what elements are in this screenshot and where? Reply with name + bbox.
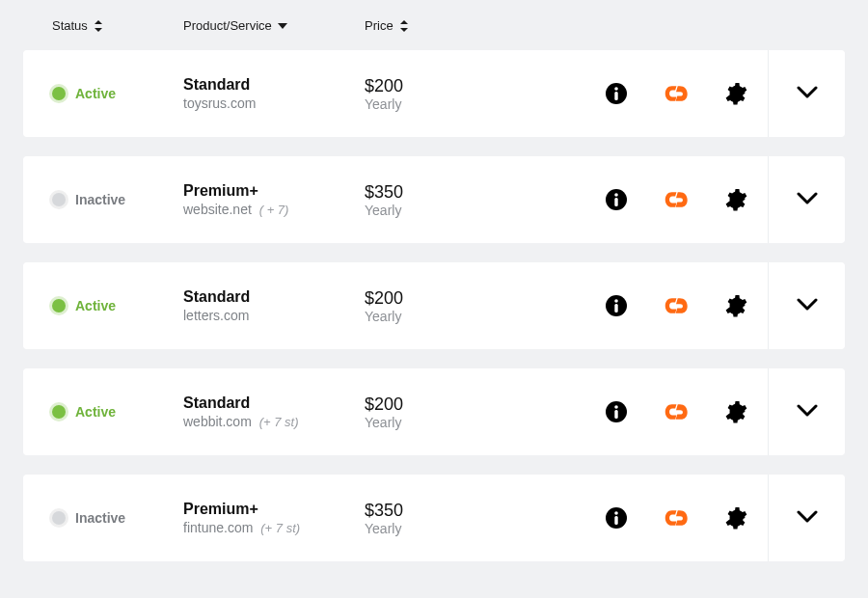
status-label: Inactive (75, 192, 125, 207)
col-header-status[interactable]: Status (52, 18, 103, 33)
svg-rect-11 (614, 410, 617, 419)
price-period: Yearly (365, 521, 500, 536)
price-period: Yearly (365, 96, 500, 112)
product-domain: toysrus.com (183, 95, 365, 111)
price-period: Yearly (365, 203, 500, 218)
col-header-price[interactable]: Price (365, 18, 409, 33)
chevron-down-icon[interactable] (797, 192, 818, 208)
chevron-down-icon[interactable] (797, 86, 818, 102)
product-domain: website.net ( + 7) (183, 202, 365, 217)
svg-point-13 (614, 511, 618, 515)
status-dot-icon (52, 299, 66, 313)
price-amount: $200 (365, 394, 500, 415)
svg-point-1 (614, 87, 618, 91)
info-icon[interactable] (604, 293, 629, 318)
product-name: Standard (183, 288, 365, 306)
svg-rect-5 (614, 198, 617, 206)
status-dot-icon (52, 87, 66, 100)
status-dot-icon (52, 193, 66, 206)
col-header-product[interactable]: Product/Service (183, 18, 287, 33)
sort-icon (399, 20, 409, 32)
col-header-product-label: Product/Service (183, 18, 272, 33)
status-dot-icon (52, 405, 66, 419)
price-period: Yearly (365, 415, 500, 430)
cpanel-icon[interactable] (664, 81, 689, 106)
chevron-down-icon[interactable] (797, 510, 818, 527)
table-row: Active Standard toysrus.com $200 Yearly (23, 50, 845, 137)
cpanel-icon[interactable] (664, 187, 689, 212)
cpanel-icon[interactable] (664, 399, 689, 424)
info-icon[interactable] (604, 399, 629, 424)
table-row: Active Standard letters.com $200 Yearly (23, 262, 845, 349)
svg-point-10 (614, 405, 618, 409)
price-amount: $200 (365, 288, 500, 309)
col-header-price-label: Price (365, 18, 393, 33)
info-icon[interactable] (604, 81, 629, 106)
chevron-down-icon[interactable] (797, 404, 818, 421)
cpanel-icon[interactable] (664, 293, 689, 318)
product-name: Premium+ (183, 501, 365, 518)
svg-rect-8 (614, 304, 617, 313)
svg-point-7 (614, 299, 618, 303)
svg-rect-2 (614, 92, 617, 100)
info-icon[interactable] (604, 505, 629, 530)
status-label: Inactive (75, 510, 125, 526)
product-name: Standard (183, 394, 365, 412)
sort-icon (94, 20, 103, 32)
gear-icon[interactable] (723, 505, 748, 530)
table-header: Status Product/Service Price (23, 0, 845, 50)
gear-icon[interactable] (723, 187, 748, 212)
product-name: Standard (183, 76, 365, 94)
product-domain: webbit.com (+ 7 st) (183, 414, 365, 429)
gear-icon[interactable] (723, 293, 748, 318)
table-row: Inactive Premium+ website.net ( + 7) $35… (23, 156, 845, 243)
table-row: Active Standard webbit.com (+ 7 st) $200… (23, 368, 845, 455)
price-period: Yearly (365, 309, 500, 324)
table-row: Inactive Premium+ fintune.com (+ 7 st) $… (23, 475, 845, 561)
info-icon[interactable] (604, 187, 629, 212)
product-name: Premium+ (183, 182, 365, 200)
col-header-status-label: Status (52, 18, 88, 33)
status-dot-icon (52, 511, 66, 525)
status-label: Active (75, 86, 116, 101)
svg-rect-14 (614, 516, 617, 525)
caret-down-icon (278, 22, 287, 30)
status-label: Active (75, 298, 116, 313)
price-amount: $350 (365, 501, 500, 521)
svg-point-4 (614, 193, 618, 197)
product-domain: fintune.com (+ 7 st) (183, 520, 365, 535)
price-amount: $200 (365, 76, 500, 96)
cpanel-icon[interactable] (664, 505, 689, 530)
status-label: Active (75, 404, 116, 420)
product-domain: letters.com (183, 308, 365, 323)
gear-icon[interactable] (723, 399, 748, 424)
price-amount: $350 (365, 182, 500, 203)
gear-icon[interactable] (723, 81, 748, 106)
chevron-down-icon[interactable] (797, 298, 818, 314)
